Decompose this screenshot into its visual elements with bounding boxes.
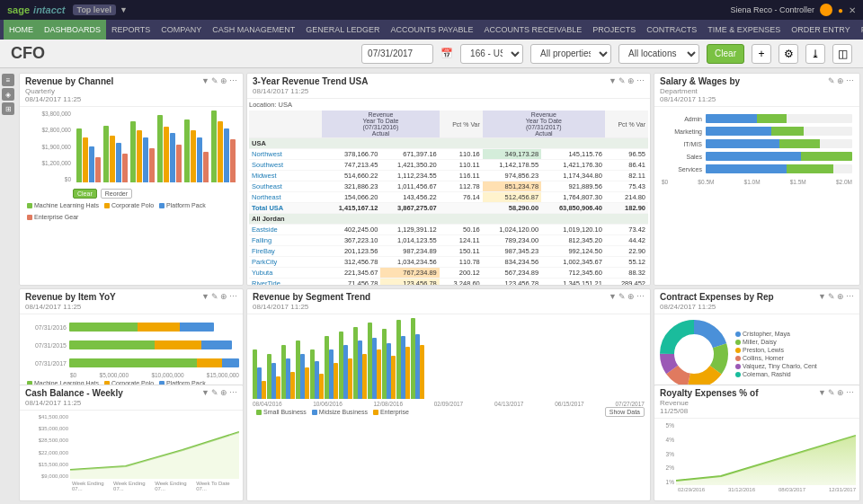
nav-reports[interactable]: REPORTS: [106, 20, 156, 40]
clear-chart-btn[interactable]: Clear: [73, 189, 97, 199]
item-bar-1b: [138, 323, 180, 332]
filter-icon-contract[interactable]: ▼: [818, 292, 826, 301]
section-usa: USA: [249, 138, 648, 149]
calendar-icon[interactable]: 📅: [440, 48, 453, 59]
zoom-icon-trend[interactable]: ⊕: [627, 76, 635, 85]
cell-fall-c1: 367,223.10: [322, 235, 380, 246]
more-icon-royalty[interactable]: ⋯: [846, 388, 854, 397]
sidebar-icon-3[interactable]: ⊞: [2, 102, 14, 115]
nav-cash[interactable]: CASH MANAGEMENT: [207, 20, 300, 40]
download-button[interactable]: ⤓: [805, 44, 825, 64]
filter-icon[interactable]: ▼: [201, 76, 209, 85]
nav-company[interactable]: COMPANY: [156, 20, 207, 40]
edit-icon-item[interactable]: ✎: [211, 292, 218, 301]
row-northeast: Northeast154,066.20143,456.2276.14512,45…: [249, 192, 648, 203]
cell-fall-c4: 789,234.00: [483, 235, 541, 246]
legend-seg-small: Small Business: [256, 409, 307, 415]
nav-time[interactable]: TIME & EXPENSES: [702, 20, 786, 40]
zoom-icon-seg[interactable]: ⊕: [627, 292, 635, 301]
zoom-icon[interactable]: ⊕: [220, 76, 227, 85]
reorder-btn[interactable]: Reorder: [101, 189, 132, 199]
revenue-channel-legend: Machine Learning Hats Corporate Polo Pla…: [23, 200, 239, 222]
nav-ap[interactable]: ACCOUNTS PAYABLE: [385, 20, 478, 40]
royalty-x-axis: 02/29/201631/12/201608/03/201712/31/2017: [678, 487, 856, 492]
dept-fill-mkt-2: [771, 127, 804, 136]
seg-group-3: [281, 345, 295, 399]
salary-date: 08/14/2017 11:25: [660, 95, 740, 103]
filter-icon-seg[interactable]: ▼: [609, 292, 617, 301]
zoom-icon-cash[interactable]: ⊕: [220, 388, 227, 397]
cell-sw-c6: 86.41: [605, 160, 648, 171]
nav-order[interactable]: ORDER ENTRY: [786, 20, 855, 40]
cell-fall-c3: 124.11: [440, 235, 483, 246]
cell-ne-c6: 214.80: [605, 192, 648, 203]
properties-filter[interactable]: All properties: [530, 44, 611, 64]
cell-east-c6: 73.42: [605, 225, 648, 235]
more-icon-seg[interactable]: ⋯: [636, 292, 645, 301]
more-icon-trend[interactable]: ⋯: [636, 76, 645, 85]
more-icon-contract[interactable]: ⋯: [846, 292, 854, 301]
show-data-btn[interactable]: Show Data: [605, 407, 645, 417]
edit-icon-contract[interactable]: ✎: [828, 292, 835, 301]
col-header-pct1: Pct % Var: [440, 111, 483, 138]
filter-icon-trend[interactable]: ▼: [609, 76, 617, 85]
entity-filter[interactable]: 166 - USA: [460, 44, 523, 64]
dept-fill-mkt-1: [706, 127, 771, 136]
item-bar-row-1: 07/31/2016: [23, 322, 239, 332]
zoom-icon-salary[interactable]: ⊕: [837, 76, 844, 85]
sidebar-icon-1[interactable]: ≡: [2, 74, 14, 86]
more-icon-salary[interactable]: ⋯: [846, 76, 854, 85]
close-icon[interactable]: ✕: [849, 5, 856, 15]
widget-revenue-item-actions: ▼ ✎ ⊕ ⋯: [201, 292, 237, 301]
cell-yub-c6: 88.32: [605, 268, 648, 279]
settings-button[interactable]: ⚙: [778, 44, 798, 64]
col-header-r1a: RevenueYear To Date(07/31/2016)Actual: [322, 111, 440, 138]
edit-icon[interactable]: ✎: [211, 76, 218, 85]
widget-contract-header: Contract Expenses by Rep 08/24/2017 11:2…: [654, 289, 859, 314]
notifications-icon[interactable]: ●: [838, 5, 843, 15]
nav-purchasing[interactable]: PURCHASING: [856, 20, 863, 40]
nav-gl[interactable]: GENERAL LEDGER: [300, 20, 385, 40]
page-title: CFO: [11, 44, 45, 63]
filter-icon-royalty[interactable]: ▼: [818, 388, 826, 397]
date-filter-input[interactable]: [361, 44, 433, 64]
nav-home[interactable]: HOME: [4, 20, 39, 40]
sidebar-icon-2[interactable]: ◈: [2, 88, 14, 101]
edit-icon-royalty[interactable]: ✎: [828, 388, 835, 397]
edit-icon-salary[interactable]: ✎: [828, 76, 835, 85]
edit-icon-cash[interactable]: ✎: [211, 388, 218, 397]
nav-projects[interactable]: PROJECTS: [587, 20, 641, 40]
seg-bar-6c: [334, 363, 338, 399]
filter-icon-cash[interactable]: ▼: [201, 388, 209, 397]
nav-dashboards[interactable]: DASHBOARDS: [39, 20, 106, 40]
dept-label-sales: Sales: [662, 154, 702, 160]
segment-bars: [251, 318, 646, 399]
filter-icon-item[interactable]: ▼: [201, 292, 209, 301]
add-button[interactable]: +: [752, 44, 771, 64]
more-icon-item[interactable]: ⋯: [229, 292, 237, 301]
top-level-badge[interactable]: Top level: [73, 4, 116, 15]
legend-polo: Corporate Polo: [104, 202, 154, 208]
fullscreen-button[interactable]: ◫: [832, 44, 852, 64]
edit-icon-trend[interactable]: ✎: [618, 76, 626, 85]
zoom-icon-contract[interactable]: ⊕: [837, 292, 844, 301]
row-yubuta: Yubuta221,345.67767,234.89200.12567,234.…: [249, 268, 648, 279]
item-bar-1a: [69, 323, 138, 332]
clear-button[interactable]: Clear: [707, 44, 744, 64]
dept-fill-it-2: [779, 139, 821, 148]
edit-icon-seg[interactable]: ✎: [618, 292, 626, 301]
secondary-filter[interactable]: All locations: [618, 44, 699, 64]
revenue-trend-table: RevenueYear To Date(07/31/2016)Actual Pc…: [249, 111, 648, 285]
cell-total-usa: Total USA: [249, 203, 322, 214]
logo-intacct: intacct: [33, 4, 65, 15]
nav-contracts[interactable]: CONTRACTS: [641, 20, 702, 40]
more-icon[interactable]: ⋯: [229, 76, 237, 85]
bar-group-4: [157, 115, 182, 182]
nav-ar[interactable]: ACCOUNTS RECEIVABLE: [478, 20, 587, 40]
cell-se-c6: 75.43: [605, 181, 648, 192]
more-icon-cash[interactable]: ⋯: [229, 388, 237, 397]
cell-east-c3: 50.16: [440, 225, 483, 235]
cell-yub-c5: 712,345.60: [541, 268, 605, 279]
zoom-icon-item[interactable]: ⊕: [220, 292, 227, 301]
zoom-icon-royalty[interactable]: ⊕: [837, 388, 844, 397]
